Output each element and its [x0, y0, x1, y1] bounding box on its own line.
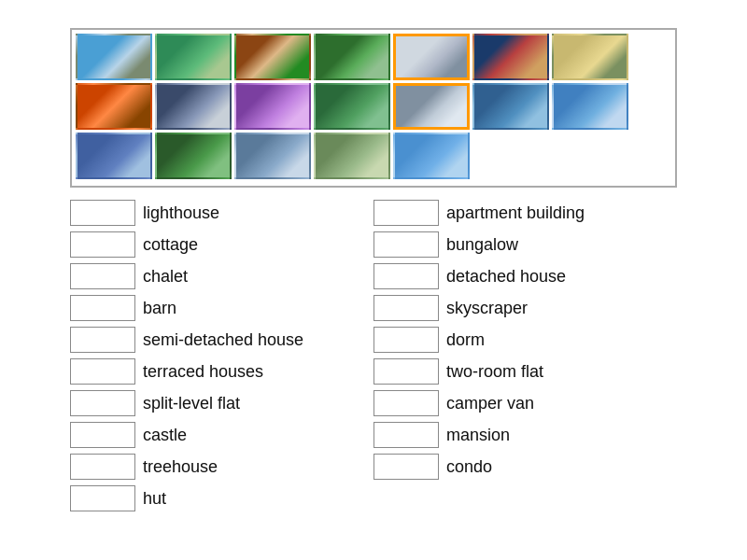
word-label: castle — [143, 426, 187, 445]
word-item: hut — [70, 483, 374, 514]
image-cell[interactable] — [472, 34, 549, 80]
word-item: dorm — [374, 324, 677, 356]
word-item: mansion — [374, 419, 677, 451]
word-item: two-room flat — [374, 356, 677, 387]
word-item: split-level flat — [70, 387, 374, 419]
word-label: skyscraper — [446, 299, 528, 318]
word-answer-box[interactable] — [374, 263, 439, 289]
image-cell[interactable] — [234, 83, 311, 130]
image-row-1 — [76, 34, 671, 80]
word-label: lighthouse — [143, 203, 219, 223]
word-item: skyscraper — [374, 292, 677, 324]
image-cell[interactable] — [155, 34, 232, 80]
word-answer-box[interactable] — [70, 200, 135, 226]
image-cell[interactable] — [552, 34, 628, 80]
word-label: bungalow — [446, 235, 518, 255]
image-cell[interactable] — [472, 83, 549, 130]
image-row-3 — [76, 133, 671, 179]
word-label: cottage — [143, 235, 198, 255]
right-word-column: apartment building bungalow detached hou… — [374, 197, 677, 514]
word-item: barn — [70, 292, 374, 324]
word-label: split-level flat — [143, 394, 240, 413]
image-cell-selected[interactable] — [393, 83, 470, 130]
word-item: cottage — [70, 229, 374, 260]
image-cell[interactable] — [234, 133, 311, 179]
word-answer-box[interactable] — [374, 200, 439, 226]
word-answer-box[interactable] — [70, 358, 135, 385]
word-item: castle — [70, 419, 374, 451]
word-answer-box[interactable] — [374, 295, 439, 321]
image-cell-selected[interactable] — [393, 34, 470, 80]
word-list-area: lighthouse cottage chalet barn semi-deta… — [70, 197, 677, 514]
word-item: lighthouse — [70, 197, 374, 229]
word-item: bungalow — [374, 229, 677, 260]
word-item: apartment building — [374, 197, 677, 229]
word-item: terraced houses — [70, 356, 374, 387]
image-cell[interactable] — [155, 83, 232, 130]
word-answer-box[interactable] — [374, 358, 439, 385]
image-row-2 — [76, 83, 671, 130]
word-label: dorm — [446, 330, 485, 350]
word-label: two-room flat — [446, 362, 543, 382]
word-answer-box[interactable] — [70, 263, 135, 289]
word-label: camper van — [446, 394, 534, 413]
word-label: chalet — [143, 267, 188, 287]
image-cell[interactable] — [155, 133, 232, 179]
left-word-column: lighthouse cottage chalet barn semi-deta… — [70, 197, 374, 514]
image-cell[interactable] — [393, 133, 470, 179]
word-item: treehouse — [70, 451, 374, 483]
word-answer-box[interactable] — [374, 390, 439, 416]
word-item: detached house — [374, 260, 677, 292]
word-answer-box[interactable] — [374, 231, 439, 258]
word-answer-box[interactable] — [70, 485, 135, 511]
word-item: condo — [374, 451, 677, 483]
word-label: detached house — [446, 267, 566, 287]
word-label: mansion — [446, 426, 510, 445]
word-answer-box[interactable] — [70, 390, 135, 416]
image-cell[interactable] — [314, 133, 390, 179]
image-cell[interactable] — [552, 83, 628, 130]
word-answer-box[interactable] — [70, 295, 135, 321]
word-label: terraced houses — [143, 362, 263, 382]
image-cell[interactable] — [234, 34, 311, 80]
word-label: semi-detached house — [143, 330, 303, 350]
word-answer-box[interactable] — [374, 454, 439, 480]
word-item: camper van — [374, 387, 677, 419]
word-answer-box[interactable] — [70, 454, 135, 480]
word-label: condo — [446, 457, 492, 477]
word-answer-box[interactable] — [70, 231, 135, 258]
image-cell[interactable] — [76, 34, 152, 80]
word-label: treehouse — [143, 457, 218, 477]
image-grid[interactable] — [70, 28, 677, 188]
word-answer-box[interactable] — [374, 422, 439, 448]
word-answer-box[interactable] — [70, 422, 135, 448]
word-item: chalet — [70, 260, 374, 292]
image-cell[interactable] — [76, 83, 152, 130]
word-label: hut — [143, 489, 166, 509]
image-cell[interactable] — [76, 133, 152, 179]
image-cell[interactable] — [314, 83, 390, 130]
word-item: semi-detached house — [70, 324, 374, 356]
word-label: barn — [143, 299, 176, 318]
image-cell[interactable] — [314, 34, 390, 80]
word-answer-box[interactable] — [70, 327, 135, 353]
word-label: apartment building — [446, 203, 585, 223]
word-answer-box[interactable] — [374, 327, 439, 353]
